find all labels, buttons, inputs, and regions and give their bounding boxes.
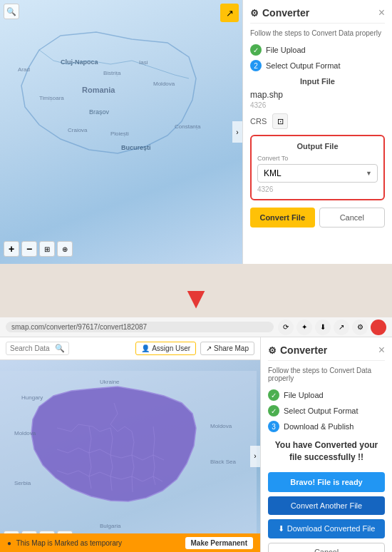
bravo-button[interactable]: Bravo! File is ready (268, 472, 385, 492)
map-tools-top: 🔍 (4, 4, 19, 19)
map-bottom-container: 🔍 👤 Assign User ↗ Share Map (0, 337, 392, 552)
map-toolbar-bottom: 🔍 👤 Assign User ↗ Share Map (0, 337, 260, 360)
svg-text:Arad: Arad (18, 66, 30, 73)
svg-text:Hungary: Hungary (21, 394, 43, 401)
zoom-out-btn[interactable]: − (21, 241, 37, 257)
romania-map-bottom-svg: Moldova Moldova Black Sea Bulgaria Serbi… (0, 371, 257, 552)
success-message: You have Converted your file successfull… (268, 439, 385, 464)
url-bar[interactable] (6, 322, 274, 332)
svg-text:Cluj-Napoca: Cluj-Napoca (61, 58, 99, 66)
step3-num-bottom: 3 (268, 421, 279, 432)
svg-text:Black Sea: Black Sea (210, 459, 237, 465)
step2-num-top: 2 (250, 60, 262, 71)
panel-header-bottom: ⚙ Converter × (268, 344, 385, 361)
browser-nav-3[interactable]: ⬇ (315, 320, 331, 335)
zoom-in-btn[interactable]: + (4, 241, 19, 257)
down-arrow-icon: ▼ (181, 283, 211, 313)
close-button-top[interactable]: × (378, 7, 385, 19)
assign-user-icon: 👤 (141, 344, 150, 352)
cancel-button-top[interactable]: Cancel (319, 208, 386, 228)
status-message: This Map is Marked as temporary (16, 539, 122, 547)
input-section-title: Input File (250, 77, 385, 86)
map-nav-right[interactable]: › (232, 121, 242, 143)
crs-row: CRS ⊡ (250, 113, 385, 129)
svg-text:Timișoara: Timișoara (39, 95, 64, 101)
browser-nav-2[interactable]: ✦ (296, 320, 312, 335)
output-box: Output File Convert To KML GeoJSON CSV S… (250, 135, 385, 200)
map-bottom: Moldova Moldova Black Sea Bulgaria Serbi… (0, 360, 260, 552)
browser-icons: ⟳ ✦ ⬇ ↗ ⚙ (278, 320, 386, 335)
converter-icon-top: ⚙ (250, 8, 259, 19)
format-select-wrapper: KML GeoJSON CSV SHP (257, 164, 378, 183)
browser-nav-1[interactable]: ⟳ (278, 320, 294, 335)
step1-label-bottom: File Upload (284, 391, 324, 399)
svg-text:Moldova: Moldova (210, 423, 232, 429)
svg-text:Ukraine: Ukraine (100, 379, 120, 385)
panel-subtitle-bottom: Follow the steps to Convert Data properl… (268, 367, 385, 382)
svg-text:Ploiești: Ploiești (110, 131, 129, 137)
output-sub-size: 4326 (257, 185, 378, 193)
svg-text:Iași: Iași (139, 59, 148, 66)
step1-bottom: ✓ File Upload (268, 389, 385, 401)
map-share-button[interactable]: ↗ (220, 4, 239, 22)
format-select[interactable]: KML GeoJSON CSV SHP (257, 164, 378, 183)
step2-bottom: ✓ Select Output Format (268, 405, 385, 416)
search-data-icon: 🔍 (55, 344, 65, 353)
step1-label-top: File Upload (266, 46, 306, 54)
browser-nav-5[interactable]: ⚙ (352, 320, 368, 335)
output-section-title: Output File (257, 142, 378, 150)
romania-map-svg: Romania Arad Timișoara Cluj-Napoca Bistr… (0, 21, 203, 193)
bottom-half: ⟳ ✦ ⬇ ↗ ⚙ 🔍 👤 Assign User (0, 317, 392, 552)
share-map-label: Share Map (214, 344, 249, 352)
converter-icon-bottom: ⚙ (268, 345, 277, 356)
browser-nav-4[interactable]: ↗ (334, 320, 349, 335)
step2-label-bottom: Select Output Format (284, 407, 359, 415)
compass-btn[interactable]: ⊕ (57, 241, 73, 257)
svg-text:București: București (121, 144, 151, 151)
panel-subtitle-top: Follow the steps to Convert Data properl… (250, 29, 385, 37)
svg-text:Romania: Romania (82, 86, 115, 94)
top-half: Romania Arad Timișoara Cluj-Napoca Bistr… (0, 0, 392, 278)
user-avatar (371, 320, 386, 335)
step3-label-bottom: Download & Publish (284, 422, 354, 431)
share-map-button[interactable]: ↗ Share Map (200, 342, 254, 355)
panel-title-top: ⚙ Converter (250, 7, 309, 19)
search-map-btn[interactable]: 🔍 (4, 4, 19, 19)
convert-file-button[interactable]: Convert File (250, 208, 315, 228)
panel-title-text-bottom: Converter (280, 344, 327, 356)
make-permanent-button[interactable]: Make Permanent (185, 537, 253, 549)
svg-text:Moldova: Moldova (153, 81, 175, 87)
browser-bar: ⟳ ✦ ⬇ ↗ ⚙ (0, 317, 392, 337)
search-data-input[interactable] (10, 344, 53, 352)
step1-top: ✓ File Upload (250, 44, 385, 56)
close-button-bottom[interactable]: × (378, 344, 385, 356)
step3-bottom: 3 Download & Publish (268, 421, 385, 432)
svg-text:Moldova: Moldova (14, 430, 36, 436)
download-converted-button[interactable]: ⬇ Download Converted File (268, 519, 385, 538)
convert-another-button[interactable]: Convert Another File (268, 496, 385, 515)
panel-bottom: ⚙ Converter × Follow the steps to Conver… (260, 337, 392, 552)
svg-text:Bistrița: Bistrița (103, 70, 121, 76)
status-bar: ● This Map is Marked as temporary Make P… (0, 533, 260, 552)
status-text: ● This Map is Marked as temporary (7, 539, 122, 547)
step2-label-top: Select Output Format (266, 61, 341, 70)
status-dot: ● (7, 539, 11, 547)
main-container: Romania Arad Timișoara Cluj-Napoca Bistr… (0, 0, 392, 552)
panel-top: ⚙ Converter × Follow the steps to Conver… (242, 0, 392, 264)
svg-text:Brașov: Brașov (89, 108, 110, 116)
arrow-section: ▼ (0, 278, 392, 317)
search-data-box: 🔍 (6, 342, 69, 355)
crs-scan-btn[interactable]: ⊡ (272, 113, 288, 129)
svg-text:Bulgaria: Bulgaria (100, 523, 121, 529)
map-nav-right-bottom[interactable]: › (250, 446, 260, 467)
assign-user-label: Assign User (152, 344, 190, 352)
map-top: Romania Arad Timișoara Cluj-Napoca Bistr… (0, 0, 242, 264)
step1-check-top: ✓ (250, 44, 262, 56)
cancel-button-bottom[interactable]: Cancel (268, 543, 385, 552)
assign-user-button[interactable]: 👤 Assign User (135, 342, 196, 355)
panel-title-text-top: Converter (262, 7, 309, 19)
layers-btn[interactable]: ⊞ (39, 241, 55, 257)
panel-title-bottom: ⚙ Converter (268, 344, 327, 356)
step1-check-bottom: ✓ (268, 389, 279, 401)
download-icon: ⬇ (278, 524, 284, 533)
